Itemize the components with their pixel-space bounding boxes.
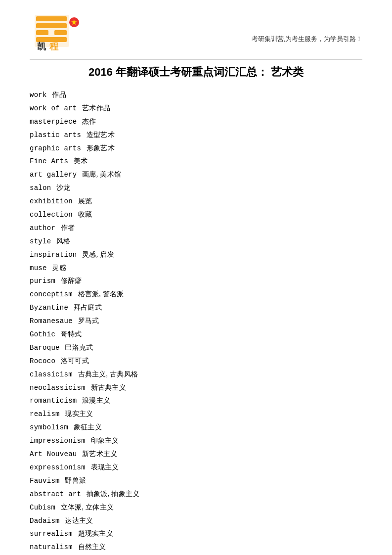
vocab-english: work of art xyxy=(30,104,81,112)
vocab-item: author 作者 xyxy=(30,222,362,235)
vocab-english: purism xyxy=(30,277,60,285)
vocab-english: surrealism xyxy=(30,530,77,538)
svg-rect-4 xyxy=(54,30,67,35)
vocab-english: impressionism xyxy=(30,437,90,445)
vocab-item: Dadaism 达达主义 xyxy=(30,514,362,528)
vocab-item: realism 现实主义 xyxy=(30,408,362,421)
vocab-list: work 作品work of art 艺术作品masterpiece 杰作pla… xyxy=(30,89,362,555)
vocab-chinese: 作品 xyxy=(52,91,66,98)
vocab-chinese: 达达主义 xyxy=(65,517,93,524)
vocab-english: Fine Arts xyxy=(30,157,73,165)
vocab-item: inspiration 灵感, 启发 xyxy=(30,248,362,262)
vocab-english: symbolism xyxy=(30,423,73,431)
vocab-chinese: 表现主义 xyxy=(91,463,119,471)
vocab-item: work of art 艺术作品 xyxy=(30,102,362,115)
vocab-english: abstract art xyxy=(30,490,86,498)
page: 凯 程 考研集训营,为考生服务，为学员引路！ 2016 年翻译硕士考研重点词汇汇… xyxy=(0,0,392,555)
vocab-english: plastic arts xyxy=(30,131,86,139)
vocab-item: impressionism 印象主义 xyxy=(30,434,362,448)
header: 凯 程 考研集训营,为考生服务，为学员引路！ xyxy=(30,10,362,54)
vocab-item: Baroque 巴洛克式 xyxy=(30,341,362,355)
vocab-english: masterpiece xyxy=(30,118,81,126)
vocab-chinese: 形象艺术 xyxy=(87,144,115,152)
vocab-item: romanticism 浪漫主义 xyxy=(30,394,362,408)
vocab-item: muse 灵感 xyxy=(30,262,362,275)
vocab-english: Art Nouveau xyxy=(30,450,81,458)
vocab-chinese: 拜占庭式 xyxy=(74,304,102,311)
vocab-english: Gothic xyxy=(30,330,60,338)
vocab-english: Cubism xyxy=(30,504,60,511)
header-tagline: 考研集训营,为考生服务，为学员引路！ xyxy=(252,35,362,44)
vocab-chinese: 立体派, 立体主义 xyxy=(61,504,114,511)
vocab-english: Baroque xyxy=(30,344,64,352)
vocab-english: realism xyxy=(30,410,64,418)
vocab-english: expressionism xyxy=(30,463,90,471)
vocab-chinese: 新艺术主义 xyxy=(82,450,117,458)
vocab-english: Romanesaue xyxy=(30,317,77,325)
vocab-english: conceptism xyxy=(30,290,77,298)
vocab-item: exhibition 展览 xyxy=(30,195,362,208)
vocab-english: Fauvism xyxy=(30,477,64,485)
vocab-chinese: 现实主义 xyxy=(65,410,93,417)
vocab-chinese: 作者 xyxy=(61,224,75,231)
header-divider xyxy=(30,59,362,60)
vocab-item: symbolism 象征主义 xyxy=(30,421,362,434)
vocab-chinese: 象征主义 xyxy=(74,423,102,431)
vocab-english: graphic arts xyxy=(30,144,86,152)
vocab-english: neoclassicism xyxy=(30,384,90,392)
svg-rect-1 xyxy=(36,16,67,21)
vocab-chinese: 灵感, 启发 xyxy=(82,251,114,258)
vocab-chinese: 收藏 xyxy=(78,211,92,218)
vocab-chinese: 展览 xyxy=(78,197,92,205)
vocab-chinese: 罗马式 xyxy=(78,317,99,324)
vocab-chinese: 超现实主义 xyxy=(78,530,113,537)
vocab-english: inspiration xyxy=(30,251,81,259)
svg-text:程: 程 xyxy=(49,42,59,51)
vocab-chinese: 浪漫主义 xyxy=(82,397,110,404)
logo: 凯 程 xyxy=(30,10,94,54)
svg-rect-2 xyxy=(36,23,67,28)
vocab-item: purism 修辞癖 xyxy=(30,275,362,288)
vocab-item: collection 收藏 xyxy=(30,208,362,222)
vocab-english: salon xyxy=(30,184,55,192)
vocab-english: Rococo xyxy=(30,357,60,365)
vocab-item: Fine Arts 美术 xyxy=(30,155,362,168)
vocab-item: Rococo 洛可可式 xyxy=(30,355,362,368)
vocab-item: Art Nouveau 新艺术主义 xyxy=(30,448,362,461)
vocab-chinese: 抽象派, 抽象主义 xyxy=(87,490,140,498)
vocab-english: muse xyxy=(30,264,51,272)
vocab-english: collection xyxy=(30,211,77,219)
vocab-chinese: 修辞癖 xyxy=(61,277,82,284)
vocab-english: naturalism xyxy=(30,543,77,551)
vocab-item: Byzantine 拜占庭式 xyxy=(30,301,362,315)
vocab-item: Gothic 哥特式 xyxy=(30,328,362,341)
vocab-item: work 作品 xyxy=(30,89,362,102)
vocab-item: style 风格 xyxy=(30,235,362,248)
vocab-item: classicism 古典主义, 古典风格 xyxy=(30,368,362,381)
vocab-chinese: 画廊, 美术馆 xyxy=(82,171,121,178)
vocab-item: plastic arts 造型艺术 xyxy=(30,129,362,142)
vocab-chinese: 洛可可式 xyxy=(61,357,89,365)
vocab-chinese: 美术 xyxy=(74,157,88,165)
vocab-item: art gallery 画廊, 美术馆 xyxy=(30,168,362,182)
vocab-chinese: 风格 xyxy=(56,237,71,245)
vocab-item: neoclassicism 新古典主义 xyxy=(30,381,362,395)
vocab-item: abstract art 抽象派, 抽象主义 xyxy=(30,488,362,501)
vocab-chinese: 哥特式 xyxy=(61,330,82,338)
vocab-chinese: 印象主义 xyxy=(91,437,119,444)
vocab-chinese: 古典主义, 古典风格 xyxy=(78,370,138,378)
vocab-item: Fauvism 野兽派 xyxy=(30,474,362,488)
vocab-item: surrealism 超现实主义 xyxy=(30,527,362,541)
vocab-english: romanticism xyxy=(30,397,81,405)
vocab-item: graphic arts 形象艺术 xyxy=(30,142,362,155)
logo-svg: 凯 程 xyxy=(32,12,91,52)
vocab-item: Cubism 立体派, 立体主义 xyxy=(30,501,362,514)
vocab-english: exhibition xyxy=(30,197,77,205)
svg-rect-3 xyxy=(36,30,48,35)
page-title: 2016 年翻译硕士考研重点词汇汇总： 艺术类 xyxy=(30,65,362,80)
vocab-chinese: 野兽派 xyxy=(65,477,86,484)
vocab-chinese: 巴洛克式 xyxy=(65,344,93,351)
vocab-chinese: 艺术作品 xyxy=(82,104,110,112)
vocab-chinese: 自然主义 xyxy=(78,543,106,551)
vocab-item: salon 沙龙 xyxy=(30,182,362,195)
